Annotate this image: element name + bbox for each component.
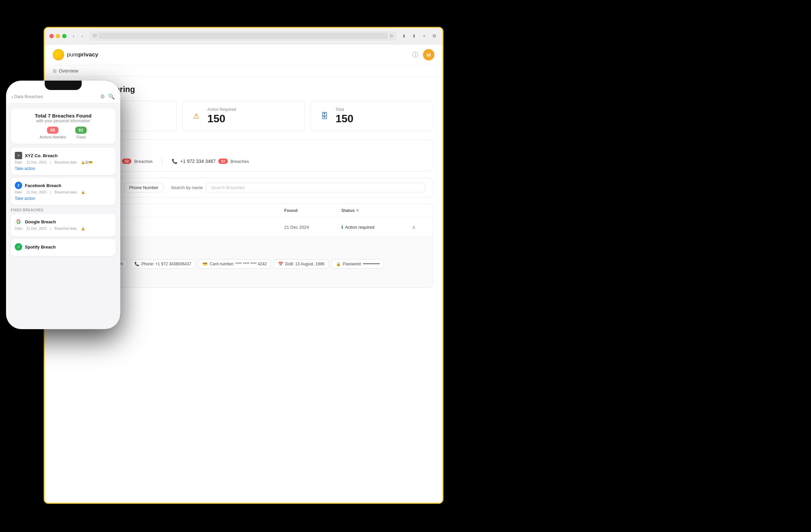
phone-shell: ‹ Data Breaches ⚙ 🔍 Total 7 Breaches Fou… [6, 81, 120, 329]
monitor-phone-number: +1 972 334 3487 [180, 158, 216, 164]
phone-breach-name-fb: Facebook Breach [25, 183, 61, 188]
actions-count-label: Actions Needed [40, 135, 66, 139]
lock-chip-icon: 🔒 [336, 262, 341, 266]
search-by-label: Search by name [171, 185, 203, 190]
nav-row: ⊞ Overview [45, 65, 442, 77]
data-chip-card: 💳 Card number: **** **** **** 4242 [198, 259, 271, 269]
search-placeholder-text: Search Breaches [211, 185, 245, 190]
email-breach-label: Breaches [134, 159, 153, 164]
search-icon[interactable]: 🔍 [108, 93, 115, 100]
download-icon[interactable]: ⬇ [400, 32, 408, 40]
phone-summary-sub: with your personal information [15, 119, 111, 123]
maximize-button[interactable] [62, 34, 66, 38]
phone-notch [45, 81, 82, 90]
refresh-icon[interactable]: ↻ [390, 34, 394, 38]
action-required-icon: ℹ [341, 224, 343, 230]
fixed-count-badge: 02 [75, 127, 87, 134]
tabs-icon[interactable]: ⧉ [430, 32, 438, 40]
filter-phone-button[interactable]: Phone Number [123, 183, 164, 192]
alert-circle-icon: ⚠ [190, 110, 203, 123]
stat-info-total: Total 150 [336, 107, 353, 125]
phone-breach-meta-google: Date: 21 Dec, 2023 | Breached data: 🔒 [15, 227, 111, 230]
phone-counts: 05 Actions Needed 02 Fixed [15, 127, 111, 139]
email-breach-badge: 02 [122, 158, 131, 164]
phone-breach-card-google[interactable]: Google Breach Date: 21 Dec, 2023 | Breac… [11, 214, 116, 236]
address-bar[interactable]: 🛡 ↻ [89, 31, 397, 41]
data-chip-phone: 📞 Phone: +1 972 3438006437 [130, 259, 196, 269]
phone-breach-card-fb[interactable]: f Facebook Breach Date: 21 Dec, 2023 | B… [11, 178, 116, 205]
monitor-phone-item: 📞 +1 972 334 3487 02 Breaches [172, 158, 249, 164]
phone-breach-name-google: Google Breach [25, 219, 56, 224]
google-icon [15, 218, 22, 225]
top-bar-right: ⓘ M [412, 49, 434, 61]
phone-back-button[interactable]: ‹ Data Breaches [12, 94, 43, 99]
col-status[interactable]: Status ⇅ [341, 208, 409, 213]
logo: pureprivacy [53, 49, 98, 61]
fixed-breaches-section-header: FIXED BREACHES [11, 208, 116, 212]
database-icon: 🗄 [318, 110, 331, 123]
phone-action-icons: ⚙ 🔍 [100, 93, 115, 100]
avatar[interactable]: M [423, 49, 434, 61]
phone-breach-meta-fb: Date: 21 Dec, 2023 | Breached data: 🔒 [15, 190, 111, 194]
action-required-text: Action required [345, 225, 374, 230]
close-button[interactable] [49, 34, 54, 38]
chip-password-text: Password: •••••••••••• [343, 262, 380, 266]
stat-info-action: Action Required 150 [207, 107, 236, 125]
help-icon[interactable]: ⓘ [412, 51, 418, 59]
action-required-wrap: ℹ Action required [341, 224, 409, 230]
stat-value-total: 150 [336, 112, 353, 125]
phone-breach-header-google: Google Breach [15, 218, 111, 225]
search-breaches-input[interactable]: Search Breaches [206, 183, 425, 192]
lock-meta-icon-fb: 🔒 [81, 190, 85, 194]
collapse-row-button[interactable]: ∧ [412, 224, 425, 230]
grid-icon: ⊞ [53, 68, 57, 74]
back-nav-button[interactable]: ‹ [70, 32, 77, 40]
address-text [99, 33, 388, 39]
chip-phone-text: Phone: +1 972 3438006437 [141, 262, 191, 266]
filter-icon[interactable]: ⚙ [100, 93, 105, 100]
stat-label-total: Total [336, 107, 353, 112]
card-chip-icon: 💳 [203, 262, 208, 266]
take-action-xyz-button[interactable]: Take action [15, 166, 111, 171]
phone-breach-name-xyz: XYZ Co. Breach [25, 153, 58, 158]
shield-icon: 🛡 [93, 34, 97, 38]
phone-breach-card-spotify[interactable]: ♫ Spotify Breach [11, 239, 116, 256]
spotify-icon: ♫ [15, 243, 22, 251]
new-tab-icon[interactable]: ＋ [420, 32, 428, 40]
col-found: Found [284, 208, 338, 213]
chip-dob-text: DoB: 13 August, 1986 [285, 262, 324, 266]
stat-label-action: Action Required [207, 107, 236, 112]
phone-breach-badge: 02 [218, 158, 228, 164]
nav-overview-label[interactable]: Overview [59, 68, 78, 74]
forward-nav-button[interactable]: › [79, 32, 86, 40]
actions-count-badge: 05 [47, 127, 59, 134]
fixed-count-label: Fixed [76, 135, 85, 139]
date-label-fb: Date: [15, 190, 23, 194]
browser-actions: ⬇ ⬆ ＋ ⧉ [400, 32, 438, 40]
take-action-fb-button[interactable]: Take action [15, 196, 111, 201]
phone-screen: ‹ Data Breaches ⚙ 🔍 Total 7 Breaches Fou… [6, 81, 120, 329]
col-actions [412, 208, 425, 213]
traffic-lights [49, 34, 66, 38]
logo-icon [53, 49, 64, 61]
lock-meta-icon: 🔒🖼💳 [81, 160, 92, 164]
minimize-button[interactable] [56, 34, 60, 38]
phone-breach-header-fb: f Facebook Breach [15, 182, 111, 189]
stat-value-action: 150 [207, 112, 236, 125]
phone-breach-header-xyz: ≡ XYZ Co. Breach [15, 152, 111, 159]
vertical-divider [162, 157, 162, 165]
share-icon[interactable]: ⬆ [410, 32, 417, 40]
browser-chrome: ‹ › 🛡 ↻ ⬇ ⬆ ＋ ⧉ [45, 28, 442, 44]
phone: ‹ Data Breaches ⚙ 🔍 Total 7 Breaches Fou… [6, 81, 120, 329]
date-label: Date: [15, 160, 23, 164]
data-chip-dob: 📅 DoB: 13 August, 1986 [274, 259, 329, 269]
breach-found-date: 21 Dec 2024 [284, 225, 338, 230]
phone-icon: 📞 [172, 158, 178, 164]
phone-body: Total 7 Breaches Found with your persona… [6, 104, 120, 329]
top-bar: pureprivacy ⓘ M [45, 44, 442, 65]
nav-buttons: ‹ › [70, 32, 86, 40]
phone-breach-card-xyz[interactable]: ≡ XYZ Co. Breach Date: 21 Dec, 2023 | Br… [11, 148, 116, 175]
back-arrow-icon: ‹ [12, 94, 13, 99]
phone-section-title [46, 94, 97, 100]
phone-breach-header-spotify: ♫ Spotify Breach [15, 243, 111, 251]
